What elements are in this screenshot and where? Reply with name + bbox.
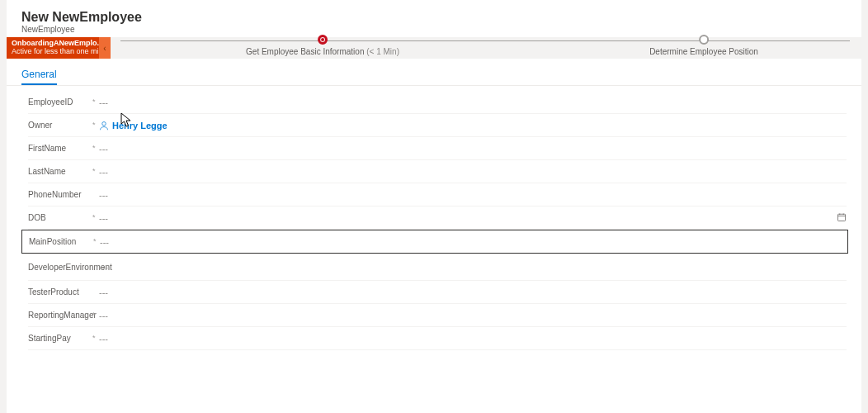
field-label: StartingPay bbox=[28, 334, 92, 343]
form-body: EmployeeID * --- Owner * Henry Legge Fir… bbox=[7, 86, 861, 350]
bpf-flow-tag[interactable]: OnboardingANewEmplo... Active for less t… bbox=[7, 37, 99, 59]
field-main-position[interactable]: MainPosition * --- bbox=[21, 230, 848, 254]
form-tabs: General bbox=[7, 59, 861, 86]
field-owner[interactable]: Owner * Henry Legge bbox=[28, 114, 847, 137]
bpf-flow-name: OnboardingANewEmplo... bbox=[12, 39, 96, 47]
entity-name: NewEmployee bbox=[21, 25, 847, 34]
bpf-node-dot-icon bbox=[321, 38, 324, 41]
field-label: PhoneNumber bbox=[28, 190, 92, 199]
field-value[interactable]: --- bbox=[99, 311, 847, 320]
bpf-flow-status: Active for less than one mi... bbox=[12, 47, 96, 55]
field-value[interactable]: Henry Legge bbox=[99, 121, 847, 131]
required-mark: * bbox=[92, 167, 99, 177]
svg-rect-1 bbox=[838, 214, 846, 221]
calendar-icon[interactable] bbox=[837, 212, 847, 224]
field-label: EmployeeID bbox=[28, 97, 92, 107]
bpf-stage-time: (< 1 Min) bbox=[366, 47, 399, 56]
field-first-name[interactable]: FirstName * --- bbox=[28, 137, 847, 160]
field-value[interactable]: --- bbox=[99, 334, 847, 344]
bpf-stage-label: Determine Employee Position bbox=[649, 47, 758, 56]
field-dob[interactable]: DOB * --- bbox=[28, 206, 847, 230]
bpf-stage-text: Determine Employee Position bbox=[649, 47, 758, 56]
required-mark: * bbox=[92, 144, 99, 154]
required-mark: * bbox=[92, 334, 99, 344]
field-label: DOB bbox=[28, 213, 92, 222]
field-tester-product[interactable]: TesterProduct --- bbox=[28, 281, 847, 304]
field-label: TesterProduct bbox=[28, 287, 92, 297]
field-label: MainPosition bbox=[29, 237, 93, 246]
field-value[interactable]: --- bbox=[99, 144, 847, 154]
field-value[interactable]: --- bbox=[99, 287, 847, 297]
required-mark bbox=[92, 266, 99, 268]
required-mark: * bbox=[93, 237, 100, 247]
tab-general[interactable]: General bbox=[21, 65, 57, 85]
svg-point-0 bbox=[102, 121, 106, 126]
field-value[interactable]: --- bbox=[100, 237, 847, 247]
field-reporting-manager[interactable]: ReportingManager * --- bbox=[28, 304, 847, 327]
bpf-node-active-icon bbox=[318, 35, 328, 45]
field-developer-environment[interactable]: DeveloperEnvironment --- bbox=[28, 254, 847, 281]
field-label: Owner bbox=[28, 121, 92, 130]
person-icon bbox=[99, 121, 109, 131]
required-mark: * bbox=[92, 213, 99, 223]
required-mark: * bbox=[92, 121, 99, 131]
field-value[interactable]: --- bbox=[99, 213, 847, 223]
field-phone-number[interactable]: PhoneNumber --- bbox=[28, 183, 847, 206]
field-label: LastName bbox=[28, 167, 92, 176]
field-value[interactable]: --- bbox=[99, 262, 847, 272]
chevron-left-icon: ‹ bbox=[103, 44, 106, 53]
bpf-stage-label: Get Employee Basic Information (< 1 Min) bbox=[246, 47, 399, 56]
field-last-name[interactable]: LastName * --- bbox=[28, 160, 847, 183]
page-title: New NewEmployee bbox=[21, 10, 847, 25]
bpf-stage-position[interactable]: Determine Employee Position bbox=[649, 35, 758, 56]
required-mark bbox=[92, 194, 99, 196]
owner-name-link[interactable]: Henry Legge bbox=[112, 121, 167, 131]
field-label: FirstName bbox=[28, 144, 92, 153]
field-starting-pay[interactable]: StartingPay * --- bbox=[28, 327, 847, 350]
required-mark: * bbox=[92, 311, 99, 320]
business-process-bar: OnboardingANewEmplo... Active for less t… bbox=[7, 37, 861, 59]
bpf-collapse-button[interactable]: ‹ bbox=[99, 37, 111, 59]
field-value[interactable]: --- bbox=[99, 190, 847, 200]
field-label: ReportingManager bbox=[28, 311, 92, 320]
bpf-node-icon bbox=[699, 35, 709, 45]
required-mark bbox=[92, 292, 99, 293]
form-header: New NewEmployee NewEmployee bbox=[7, 0, 861, 37]
field-value[interactable]: --- bbox=[99, 97, 847, 107]
required-mark: * bbox=[92, 97, 99, 107]
field-employee-id[interactable]: EmployeeID * --- bbox=[28, 91, 847, 114]
bpf-stage-text: Get Employee Basic Information bbox=[246, 47, 364, 56]
page-root: New NewEmployee NewEmployee OnboardingAN… bbox=[7, 0, 861, 413]
field-value[interactable]: --- bbox=[99, 167, 847, 177]
bpf-stage-basic-info[interactable]: Get Employee Basic Information (< 1 Min) bbox=[246, 35, 399, 56]
field-label: DeveloperEnvironment bbox=[28, 263, 92, 272]
